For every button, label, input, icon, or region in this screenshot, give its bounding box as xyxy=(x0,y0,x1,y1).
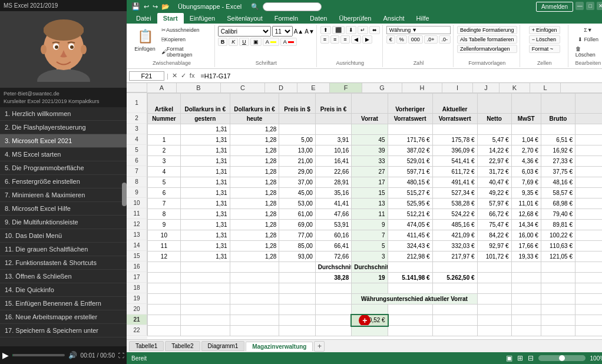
cell-g18[interactable] xyxy=(388,283,432,294)
sidebar-item-2[interactable]: 2. Die Flashplayersteuerung xyxy=(0,121,127,134)
formula-input[interactable] xyxy=(198,72,602,80)
undo-icon[interactable]: ↩ xyxy=(144,3,149,11)
decimal-decrease-button[interactable]: .0- xyxy=(439,35,451,44)
cell-i6[interactable]: 22,97 € xyxy=(477,156,511,167)
cell-c3[interactable]: 1,28 xyxy=(230,124,279,135)
open-icon[interactable]: 📂 xyxy=(161,3,170,11)
col-header-a[interactable]: A xyxy=(147,83,177,92)
cell-b19[interactable] xyxy=(180,294,230,305)
cell-h1[interactable]: Aktueller xyxy=(432,94,477,114)
cell-h7[interactable]: 611,72 € xyxy=(432,167,477,177)
cell-b6[interactable]: 1,31 xyxy=(180,156,230,167)
align-middle-button[interactable]: ⬛ xyxy=(332,26,345,34)
cell-g2[interactable]: Vorratswert xyxy=(388,114,432,124)
cell-f13[interactable]: 7 xyxy=(352,230,388,241)
cell-i17[interactable] xyxy=(477,273,511,283)
autosum-button[interactable]: Σ▼ xyxy=(573,26,602,34)
cell-h3[interactable] xyxy=(432,124,477,135)
cell-f16[interactable]: Durchschnitt xyxy=(352,262,388,273)
cell-e4[interactable]: 3,91 xyxy=(315,135,351,145)
cell-f4[interactable]: 45 xyxy=(352,135,388,145)
cell-h22[interactable] xyxy=(432,326,477,336)
cell-c8[interactable]: 1,28 xyxy=(230,177,279,188)
cell-a18[interactable] xyxy=(148,283,181,294)
cell-b11[interactable]: 1,31 xyxy=(180,209,230,220)
sidebar-scrollbar[interactable] xyxy=(122,183,127,206)
cell-l3[interactable] xyxy=(575,124,602,135)
cell-d18[interactable] xyxy=(279,283,315,294)
row-9[interactable]: 9 xyxy=(127,187,147,198)
border-button[interactable]: ▣ xyxy=(250,38,262,46)
cell-i18[interactable] xyxy=(477,283,511,294)
cell-i20[interactable] xyxy=(477,305,511,315)
cell-c1[interactable]: Dollarkurs in € xyxy=(230,94,279,114)
cell-l22[interactable] xyxy=(575,326,602,336)
row-5[interactable]: 5 xyxy=(127,145,147,155)
play-button[interactable]: ▶ xyxy=(2,350,9,360)
cell-d15[interactable]: 93,00 xyxy=(279,252,315,262)
cell-l11[interactable] xyxy=(575,209,602,220)
cell-l21[interactable] xyxy=(575,315,602,326)
cell-g8[interactable]: 480,15 € xyxy=(388,177,432,188)
cell-e17[interactable]: 38,28 xyxy=(315,273,351,283)
cell-h2[interactable]: Vorratswert xyxy=(432,114,477,124)
cell-e1[interactable]: Preis in € xyxy=(315,94,351,114)
cell-i5[interactable]: 14,22 € xyxy=(477,145,511,156)
row-7[interactable]: 7 xyxy=(127,166,147,177)
sidebar-item-12[interactable]: 12. Funktionstasten & Shortcuts xyxy=(0,256,127,270)
redo-icon[interactable]: ↪ xyxy=(153,3,158,11)
cell-i19[interactable] xyxy=(477,294,511,305)
tab-ueberpruefen[interactable]: Überprüfen xyxy=(333,13,377,24)
cell-c22[interactable] xyxy=(230,326,279,336)
cell-i9[interactable]: 49,22 € xyxy=(477,188,511,198)
cell-f15[interactable]: 3 xyxy=(352,252,388,262)
cell-k20[interactable] xyxy=(541,305,575,315)
tab-formeln[interactable]: Formeln xyxy=(269,13,304,24)
cell-f3[interactable] xyxy=(352,124,388,135)
cell-i21[interactable] xyxy=(477,315,511,326)
cell-d4[interactable]: 5,00 xyxy=(279,135,315,145)
row-8[interactable]: 8 xyxy=(127,177,147,187)
cell-j6[interactable]: 4,36 € xyxy=(511,156,541,167)
cell-d12[interactable]: 69,00 xyxy=(279,220,315,230)
cell-g5[interactable]: 387,02 € xyxy=(388,145,432,156)
cell-i4[interactable]: 5,47 € xyxy=(477,135,511,145)
cell-h17[interactable]: 5.262,50 € xyxy=(432,273,477,283)
cell-e16[interactable]: Durchschnitt xyxy=(315,262,351,273)
cell-k6[interactable]: 27,33 € xyxy=(541,156,575,167)
cell-h20[interactable] xyxy=(432,305,477,315)
cell-j18[interactable] xyxy=(511,283,541,294)
cell-f19[interactable]: Währungsunterschied aktueller Vorrat xyxy=(352,294,477,305)
currency-button[interactable]: € xyxy=(386,35,395,44)
cell-h9[interactable]: 527,34 € xyxy=(432,188,477,198)
cell-f1[interactable] xyxy=(352,94,388,114)
cell-k13[interactable]: 100,22 € xyxy=(541,230,575,241)
cell-f6[interactable]: 33 xyxy=(352,156,388,167)
cell-c19[interactable] xyxy=(230,294,279,305)
cell-d5[interactable]: 13,00 xyxy=(279,145,315,156)
indent-increase-button[interactable]: ▶ xyxy=(362,35,372,44)
cell-e12[interactable]: 53,91 xyxy=(315,220,351,230)
cell-a20[interactable] xyxy=(148,305,181,315)
cell-k22[interactable] xyxy=(541,326,575,336)
cell-j16[interactable] xyxy=(511,262,541,273)
tab-magazinverwaltung[interactable]: Magazinverwaltung xyxy=(246,342,313,351)
cell-b5[interactable]: 1,31 xyxy=(180,145,230,156)
cell-j15[interactable]: 19,33 € xyxy=(511,252,541,262)
cell-i13[interactable]: 84,22 € xyxy=(477,230,511,241)
cell-l4[interactable] xyxy=(575,135,602,145)
anmelden-button[interactable]: Anmelden xyxy=(536,2,573,12)
wrap-text-button[interactable]: ↵ xyxy=(358,26,368,34)
row-19[interactable]: 19 xyxy=(127,293,147,304)
cell-g21[interactable] xyxy=(388,315,432,326)
cell-f7[interactable]: 27 xyxy=(352,167,388,177)
cell-j19[interactable] xyxy=(511,294,541,305)
cell-a13[interactable]: 10 xyxy=(148,230,181,241)
row-18[interactable]: 18 xyxy=(127,283,147,293)
cell-k11[interactable]: 79,40 € xyxy=(541,209,575,220)
cell-f2[interactable]: Vorrat xyxy=(352,114,388,124)
formula-cancel-button[interactable]: ✕ xyxy=(171,72,178,80)
cell-a6[interactable]: 3 xyxy=(148,156,181,167)
cell-b9[interactable]: 1,31 xyxy=(180,188,230,198)
sidebar-item-7[interactable]: 7. Minimieren & Maximieren xyxy=(0,188,127,202)
